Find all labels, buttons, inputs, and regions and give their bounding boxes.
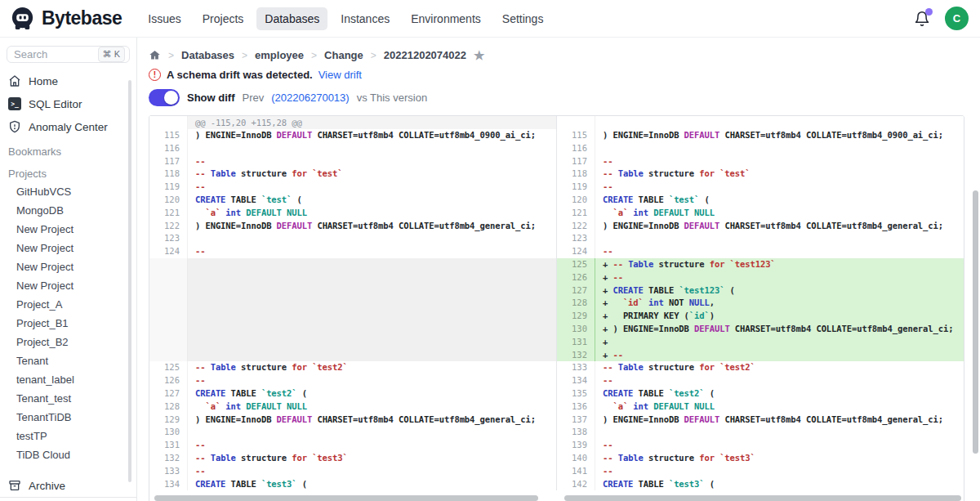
nav-item-environments[interactable]: Environments [403, 7, 489, 30]
line-number: 124 [557, 245, 595, 258]
code-line: -- [188, 465, 556, 478]
line-number: 125 [557, 258, 595, 271]
diff-cell [149, 310, 557, 323]
sidebar-project-item[interactable]: TiDB Cloud [0, 445, 136, 464]
top-navbar: Bytebase IssuesProjectsDatabasesInstance… [0, 0, 980, 38]
sidebar-project-item[interactable]: Tenant_test [0, 389, 136, 408]
code-line: + CREATE TABLE `test123` ( [595, 284, 964, 297]
sidebar-project-item[interactable]: tenant_label [0, 370, 136, 389]
brand[interactable]: Bytebase [10, 6, 122, 31]
line-number: 115 [149, 129, 188, 142]
code-line: `a` int DEFAULT NULL [595, 207, 964, 220]
line-number: 131 [149, 439, 188, 452]
star-icon[interactable]: ★ [474, 49, 484, 61]
bytebase-logo-icon [10, 6, 35, 31]
nav-item-instances[interactable]: Instances [332, 7, 398, 30]
diff-cell: 142CREATE TABLE `test3` ( [557, 478, 964, 491]
code-line [595, 142, 964, 155]
diff-row: 115) ENGINE=InnoDB DEFAULT CHARSET=utf8m… [149, 129, 964, 142]
code-line: -- Table structure for `test` [188, 168, 556, 181]
breadcrumb-change[interactable]: Change [324, 49, 363, 61]
avatar[interactable]: C [945, 7, 969, 30]
diff-row: 130138 [149, 426, 964, 439]
nav-item-databases[interactable]: Databases [256, 7, 327, 30]
code-line: -- [595, 374, 964, 387]
diff-cell: 141-- [557, 465, 964, 478]
sidebar-item-archive[interactable]: Archive [0, 474, 136, 497]
nav-item-issues[interactable]: Issues [140, 7, 189, 30]
diff-cell: 134CREATE TABLE `test3` ( [149, 478, 557, 491]
search-input[interactable] [14, 48, 86, 60]
sidebar-item-sql-editor[interactable]: >_ SQL Editor [0, 92, 136, 115]
sidebar-project-item[interactable]: Project_B1 [0, 314, 136, 333]
code-line: + -- [595, 271, 964, 284]
prev-version-link[interactable]: (202206270013) [271, 92, 349, 104]
line-number: 116 [149, 142, 188, 155]
code-line: -- [188, 181, 556, 194]
diff-row: 121 `a` int DEFAULT NULL121 `a` int DEFA… [149, 207, 964, 220]
sidebar-project-item[interactable]: testTP [0, 427, 136, 445]
sidebar-item-home[interactable]: Home [0, 69, 136, 92]
diff-cell: 131-- [149, 439, 557, 452]
code-line: -- [595, 439, 964, 452]
code-line: -- Table structure for `test3` [595, 452, 964, 465]
sidebar-project-item[interactable]: MongoDB [0, 201, 136, 220]
sidebar-section-bookmarks[interactable]: Bookmarks [0, 138, 136, 160]
view-drift-link[interactable]: View drift [318, 69, 362, 81]
diff-row: 119--119-- [149, 181, 964, 194]
nav-item-projects[interactable]: Projects [194, 7, 252, 30]
sidebar-project-item[interactable]: Project_A [0, 295, 136, 314]
diff-cell: 140-- Table structure for `test3` [557, 452, 964, 465]
nav-item-settings[interactable]: Settings [494, 7, 552, 30]
line-number: 123 [149, 232, 188, 245]
code-line: -- [595, 245, 964, 258]
sidebar-project-item[interactable]: New Project [0, 257, 136, 276]
sidebar-project-item[interactable]: GitHubVCS [0, 182, 136, 201]
diff-cell: 136 `a` int DEFAULT NULL [557, 400, 964, 414]
diff-row: 132-- Table structure for `test3`140-- T… [149, 452, 964, 465]
code-line: + -- [595, 349, 964, 362]
line-number: 135 [557, 387, 595, 400]
breadcrumb-home-icon[interactable] [149, 49, 161, 61]
code-line: -- [595, 465, 964, 478]
left-horizontal-scrollbar[interactable] [154, 495, 538, 501]
archive-icon [8, 479, 21, 492]
sidebar-project-item[interactable]: TenantTiDB [0, 408, 136, 427]
code-line: + [595, 336, 964, 349]
notifications-bell-icon[interactable] [914, 11, 930, 27]
line-number: 127 [149, 387, 188, 400]
sidebar-project-item[interactable]: New Project [0, 239, 136, 257]
page-vertical-scrollbar[interactable] [973, 190, 978, 454]
notification-dot [925, 8, 933, 16]
breadcrumb-databases[interactable]: Databases [181, 49, 234, 61]
line-number: 116 [557, 142, 595, 155]
line-number: 115 [557, 129, 595, 142]
search-box[interactable]: ⌘ K [7, 46, 130, 63]
line-number: 128 [557, 297, 595, 310]
code-line: -- [595, 155, 964, 168]
sidebar-item-anomaly-center[interactable]: Anomaly Center [0, 115, 136, 138]
sidebar-project-item[interactable]: Project_B2 [0, 333, 136, 351]
sidebar-project-item[interactable]: Tenant [0, 351, 136, 370]
code-line: + `id` int NOT NULL, [595, 297, 964, 310]
diff-cell: 134-- [557, 374, 964, 387]
diff-cell: 127CREATE TABLE `test2` ( [149, 387, 557, 400]
sidebar-section-projects[interactable]: Projects [0, 160, 136, 182]
diff-row: 128 `a` int DEFAULT NULL136 `a` int DEFA… [149, 400, 964, 414]
sidebar-project-item[interactable]: New Project [0, 276, 136, 295]
show-diff-toggle[interactable] [149, 89, 180, 106]
diff-row: @@ -115,20 +115,28 @@ [149, 116, 964, 129]
code-line [188, 336, 556, 349]
show-diff-label: Show diff [187, 92, 235, 104]
diff-cell: 137) ENGINE=InnoDB DEFAULT CHARSET=utf8m… [557, 414, 964, 427]
diff-row: 127CREATE TABLE `test2` (135CREATE TABLE… [149, 387, 964, 400]
sidebar-scrollbar[interactable] [128, 80, 131, 482]
line-number: 122 [149, 220, 188, 233]
diff-cell [149, 336, 557, 349]
right-horizontal-scrollbar[interactable] [564, 495, 961, 501]
breadcrumb-employee[interactable]: employee [255, 49, 304, 61]
diff-cell: 120CREATE TABLE `test` ( [149, 194, 557, 207]
line-number: 138 [557, 426, 595, 439]
sidebar-project-item[interactable]: New Project [0, 220, 136, 239]
code-line: -- [188, 374, 556, 387]
